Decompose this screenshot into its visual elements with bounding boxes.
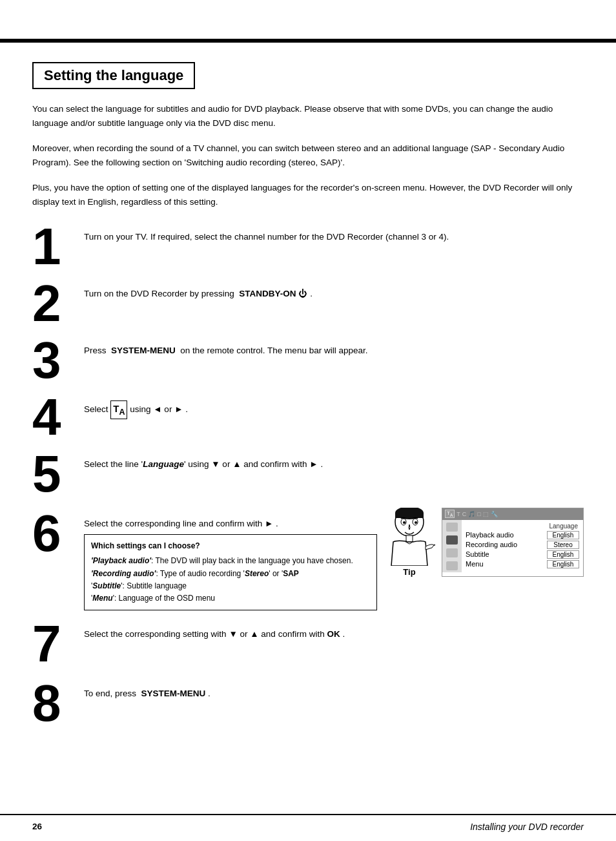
bottom-bar: 26 Installing your DVD recorder (0, 822, 616, 832)
svg-rect-7 (406, 535, 413, 542)
svg-point-6 (415, 521, 417, 524)
info-line-3: 'Subtitle': Subtitle language (91, 580, 370, 592)
bottom-rule (0, 814, 616, 815)
step-row-8: 8 To end, press SYSTEM-MENU . (32, 678, 584, 729)
header-icon-4: 🎵 (468, 511, 475, 517)
sidebar-icon-3 (446, 548, 458, 557)
playback-audio-label: 'Playback audio' (91, 556, 151, 565)
header-icon-5: □ (477, 511, 480, 517)
sidebar-icon-4 (446, 561, 458, 570)
svg-rect-2 (395, 513, 424, 518)
step-row-6: 6 Select the corresponding line and conf… (32, 508, 584, 611)
step-number-5: 5 (32, 448, 84, 500)
info-line-2: 'Recording audio': Type of audio recordi… (91, 568, 370, 580)
step-number-2: 2 (32, 278, 84, 329)
step-text-1: Turn on your TV. If required, select the… (84, 221, 584, 244)
title-box: Setting the language (32, 62, 195, 89)
settings-sidebar (442, 520, 462, 572)
settings-key-4: Menu (466, 560, 547, 568)
settings-row-2: Recording audio Stereo (466, 541, 579, 549)
step3-bold: SYSTEM-MENU (111, 346, 176, 355)
header-icon-6: ⬚ (483, 511, 489, 517)
tip-man-illustration (384, 508, 435, 566)
settings-val-1: English (547, 531, 579, 539)
header-icon-2: T (457, 511, 460, 517)
stereo-label: Stereo (245, 569, 269, 578)
step-number-1: 1 (32, 221, 84, 273)
tip-figure: Tip (384, 508, 435, 577)
step-number-8: 8 (32, 678, 84, 729)
sidebar-icon-1 (446, 523, 458, 532)
step-number-6: 6 (32, 508, 84, 559)
settings-val-4: English (547, 560, 579, 568)
settings-row-1: Playback audio English (466, 531, 579, 539)
step5-lang: Language (143, 459, 184, 469)
step-text-6: Select the corresponding line and confir… (84, 508, 377, 531)
svg-point-5 (403, 521, 406, 524)
step-row-7: 7 Select the corresponding setting with … (32, 618, 584, 670)
settings-val-2: Stereo (547, 541, 579, 549)
step-6-content: Select the corresponding line and confir… (84, 508, 377, 611)
ta-symbol: TA (110, 400, 127, 419)
step-row-1: 1 Turn on your TV. If required, select t… (32, 221, 584, 273)
settings-key-2: Recording audio (466, 541, 547, 548)
settings-row-4: Menu English (466, 560, 579, 568)
step-number-7: 7 (32, 618, 84, 670)
intro-paragraph-2: Moreover, when recording the sound of a … (32, 141, 584, 169)
header-icon-7: 🔧 (491, 511, 498, 517)
header-icon-1: TA (445, 510, 455, 518)
sap-label: SAP (283, 569, 299, 578)
step-number-3: 3 (32, 335, 84, 386)
settings-lang-label: Language (466, 523, 579, 530)
step-6-right: Tip TA T C 🎵 □ ⬚ (384, 508, 584, 577)
page-number: 26 (32, 822, 42, 832)
recording-audio-label: 'Recording audio' (91, 569, 156, 578)
step8-systemmenu: SYSTEM-MENU (141, 689, 206, 698)
step-text-7: Select the corresponding setting with ▼ … (84, 618, 584, 641)
settings-key-3: Subtitle (466, 550, 547, 558)
sidebar-icon-2 (446, 535, 458, 545)
step-row-3: 3 Press SYSTEM-MENU on the remote contro… (32, 335, 584, 386)
info-box-title: Which settings can I choose? (91, 540, 370, 552)
steps-section: 1 Turn on your TV. If required, select t… (32, 221, 584, 730)
subtitle-label: Subtitle (92, 581, 121, 590)
info-line-4: 'Menu': Language of the OSD menu (91, 592, 370, 605)
settings-header-icons: TA T C 🎵 □ ⬚ 🔧 (445, 510, 498, 518)
menu-label: Menu (92, 594, 112, 603)
step7-ok: OK (327, 629, 340, 639)
svg-line-8 (434, 544, 435, 545)
step-text-3: Press SYSTEM-MENU on the remote control.… (84, 335, 584, 358)
settings-val-3: English (547, 550, 579, 559)
step-number-4: 4 (32, 391, 84, 443)
settings-row-3: Subtitle English (466, 550, 579, 559)
intro-paragraph-1: You can select the language for subtitle… (32, 102, 584, 130)
page-title: Setting the language (44, 67, 183, 84)
step-row-4: 4 Select TA using ◄ or ► . (32, 391, 584, 443)
settings-header: TA T C 🎵 □ ⬚ 🔧 (442, 508, 583, 520)
step-row-5: 5 Select the line 'Language' using ▼ or … (32, 448, 584, 500)
step-text-5: Select the line 'Language' using ▼ or ▲ … (84, 448, 584, 472)
bottom-section-title: Installing your DVD recorder (470, 822, 584, 832)
settings-main: Language Playback audio English Recordin… (462, 520, 583, 572)
step-text-4: Select TA using ◄ or ► . (84, 391, 584, 419)
step-row-2: 2 Turn on the DVD Recorder by pressing S… (32, 278, 584, 329)
info-line-1: 'Playback audio': The DVD will play back… (91, 555, 370, 567)
settings-key-1: Playback audio (466, 531, 547, 539)
step-text-8: To end, press SYSTEM-MENU . (84, 678, 584, 701)
step2-bold: STANDBY-ON (239, 289, 296, 298)
settings-panel: TA T C 🎵 □ ⬚ 🔧 (442, 508, 584, 577)
header-icon-3: C (462, 511, 467, 517)
settings-body: Language Playback audio English Recordin… (442, 520, 583, 572)
tip-label: Tip (403, 567, 415, 577)
intro-paragraph-3: Plus, you have the option of setting one… (32, 181, 584, 209)
info-box: Which settings can I choose? 'Playback a… (84, 534, 377, 610)
step-text-2: Turn on the DVD Recorder by pressing STA… (84, 278, 584, 301)
